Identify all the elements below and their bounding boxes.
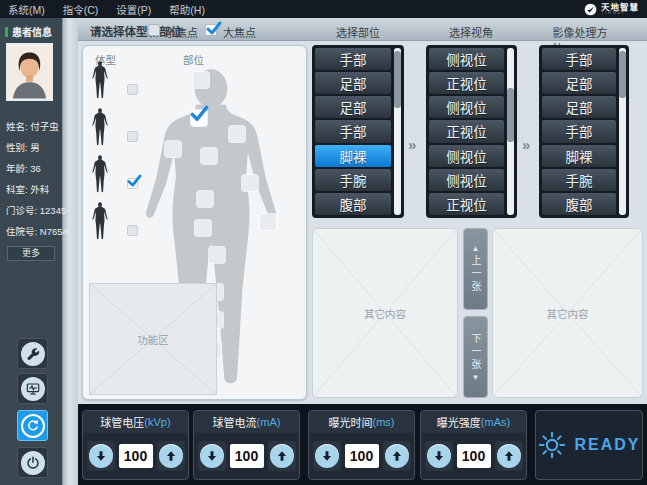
ma-decrease-button[interactable] (198, 441, 226, 471)
menu-settings[interactable]: 设置(P) (116, 2, 151, 17)
process-item-3[interactable]: 足部 (542, 96, 616, 118)
process-list: 手部 足部 足部 手部 脚裸 手腕 腹部 (539, 45, 629, 218)
small-focus-checkbox[interactable] (148, 24, 160, 36)
field-name: 姓名: 付子虫 (6, 119, 59, 133)
tools-button[interactable] (17, 338, 48, 369)
ms-param-name: 曝光时间 (329, 414, 373, 430)
body-type-figure-2[interactable] (90, 108, 112, 146)
ms-increase-button[interactable] (383, 441, 411, 471)
sidebar-scrollbar[interactable] (62, 18, 78, 485)
process-list-scrollbar[interactable] (619, 48, 626, 215)
body-part-checkbox-right-elbow[interactable] (242, 175, 258, 191)
select-part-title: 选择部位 (336, 24, 380, 40)
ready-label: READY (574, 436, 640, 454)
view-list-scrollbar[interactable] (507, 48, 514, 215)
up-arrow-icon (270, 444, 294, 468)
down-arrow-icon (89, 444, 113, 468)
function-area-label: 功能区 (137, 332, 169, 347)
kvp-value-field[interactable]: 100 (119, 444, 153, 468)
ma-param-unit: (mA) (257, 416, 281, 428)
process-item-7[interactable]: 腹部 (542, 193, 616, 215)
next-page-label: 下一张 (468, 333, 483, 372)
exposure-control-bar: 球管电压 (kVp) 100 球管电流 (mA) (78, 404, 647, 485)
part-item-4[interactable]: 手部 (315, 120, 391, 142)
body-part-checkbox-right-shoulder[interactable] (229, 126, 245, 142)
chevron-separator-2: » (522, 136, 530, 153)
ms-param-unit: (ms) (373, 416, 395, 428)
next-page-button[interactable]: 下一张 ▼ (463, 316, 488, 398)
previous-page-button[interactable]: ▲ 上一张 (463, 228, 488, 310)
part-item-2[interactable]: 足部 (315, 72, 391, 94)
body-part-checkbox-abdomen[interactable] (197, 191, 213, 207)
ms-value-field[interactable]: 100 (345, 444, 379, 468)
mas-increase-button[interactable] (495, 441, 523, 471)
view-item-7[interactable]: 正视位 (429, 193, 504, 215)
process-list-scroll-thumb[interactable] (619, 51, 626, 98)
field-age-value: 36 (30, 163, 41, 174)
menu-command[interactable]: 指令(C) (63, 2, 99, 17)
power-button[interactable] (17, 447, 48, 478)
body-part-checkbox-thigh[interactable] (209, 247, 225, 263)
mas-param-unit: (mAs) (481, 416, 510, 428)
mas-decrease-button[interactable] (425, 441, 453, 471)
process-item-1[interactable]: 手部 (542, 48, 616, 70)
xray-console-window: 系统(M) 指令(C) 设置(P) 帮助(H) 天地智慧 TIANDI 患者信息 (0, 0, 647, 485)
down-arrow-icon (427, 444, 451, 468)
part-item-7[interactable]: 腹部 (315, 193, 391, 215)
up-arrow-icon (385, 444, 409, 468)
mas-value-field[interactable]: 100 (457, 444, 491, 468)
kvp-increase-button[interactable] (157, 441, 185, 471)
body-part-checkbox-chest[interactable] (201, 148, 217, 164)
ma-param-panel: 球管电流 (mA) 100 (193, 410, 300, 480)
view-list-scroll-thumb[interactable] (507, 88, 514, 141)
previous-page-label: 上一张 (468, 255, 483, 294)
part-item-1[interactable]: 手部 (315, 48, 391, 70)
process-item-5[interactable]: 脚裸 (542, 145, 616, 167)
body-type-figure-1[interactable] (90, 61, 112, 99)
ma-value-field[interactable]: 100 (230, 444, 264, 468)
body-part-checkbox-left-arm[interactable] (165, 141, 181, 157)
kvp-decrease-button[interactable] (87, 441, 115, 471)
part-item-3[interactable]: 足部 (315, 96, 391, 118)
monitor-button[interactable] (17, 373, 48, 404)
ma-increase-button[interactable] (268, 441, 296, 471)
view-item-4[interactable]: 正视位 (429, 120, 504, 142)
part-item-6[interactable]: 手腕 (315, 169, 391, 191)
more-button[interactable]: 更多 (7, 246, 55, 261)
mas-param-name: 曝光强度 (437, 414, 481, 430)
body-part-checkbox-neck-checked[interactable] (191, 110, 207, 126)
body-part-checkbox-right-hand[interactable] (260, 214, 276, 230)
process-item-6[interactable]: 手腕 (542, 169, 616, 191)
view-item-5[interactable]: 侧视位 (429, 145, 504, 167)
chevron-separator-1: » (408, 136, 416, 153)
function-area-box[interactable]: 功能区 (89, 283, 217, 395)
body-part-checkbox-pelvis[interactable] (195, 220, 211, 236)
body-type-figure-4[interactable] (90, 202, 112, 240)
view-item-3[interactable]: 侧视位 (429, 96, 504, 118)
section-header-bar: 请选择体型和部位 小焦点 大焦点 选择部位 选择视角 影像处理方法 (78, 18, 647, 41)
menu-system[interactable]: 系统(M) (8, 2, 45, 17)
field-inpatient-no-label: 住院号: (6, 226, 37, 237)
view-item-6[interactable]: 侧视位 (429, 169, 504, 191)
ms-decrease-button[interactable] (313, 441, 341, 471)
part-list-scroll-thumb[interactable] (394, 51, 401, 108)
large-focus-checkbox[interactable] (205, 24, 217, 36)
body-selection-panel: 体型 部位 (82, 45, 307, 400)
process-item-4[interactable]: 手部 (542, 120, 616, 142)
process-item-2[interactable]: 足部 (542, 72, 616, 94)
view-item-1[interactable]: 侧视位 (429, 48, 504, 70)
kvp-param-panel: 球管电压 (kVp) 100 (82, 410, 189, 480)
refresh-icon (21, 414, 45, 438)
power-icon (21, 451, 45, 475)
field-age-label: 年龄: (6, 163, 28, 174)
part-item-5-selected[interactable]: 脚裸 (315, 145, 391, 167)
view-item-2[interactable]: 正视位 (429, 72, 504, 94)
part-list-scrollbar[interactable] (394, 48, 401, 215)
refresh-button[interactable] (17, 410, 48, 441)
menu-help[interactable]: 帮助(H) (169, 2, 205, 17)
main-area: 请选择体型和部位 小焦点 大焦点 选择部位 选择视角 影像处理方法 体型 部位 (78, 18, 647, 485)
body-part-checkbox-head[interactable] (193, 72, 209, 88)
ready-button[interactable]: READY (535, 410, 643, 480)
field-name-label: 姓名: (6, 121, 28, 132)
body-type-figure-3[interactable] (90, 155, 112, 193)
